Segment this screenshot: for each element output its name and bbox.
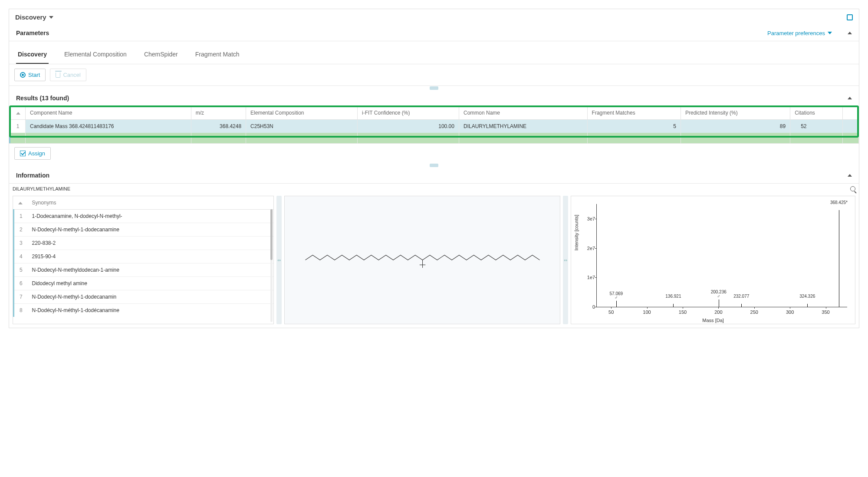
sort-icon [16, 112, 20, 115]
cancel-button[interactable]: Cancel [50, 69, 86, 81]
check-icon [20, 151, 26, 156]
spectrum-peak [673, 304, 674, 307]
collapse-icon[interactable] [848, 32, 852, 34]
x-axis-label: Mass [Da] [702, 318, 724, 323]
y-tick-label: 0 [579, 304, 595, 309]
start-button[interactable]: Start [14, 69, 46, 81]
mass-spectrum-chart: Intensity [counts] Mass [Da] 01e72e73e75… [575, 201, 851, 322]
column-component-name[interactable]: Component Name [26, 106, 191, 120]
column-spacer [842, 106, 858, 120]
maximize-icon[interactable] [847, 14, 853, 20]
x-tick-label: 250 [750, 309, 758, 315]
table-row[interactable]: 1 Candidate Mass 368.424811483176 368.42… [10, 120, 859, 133]
column-index[interactable] [14, 196, 28, 210]
column-mz[interactable]: m/z [191, 106, 246, 120]
sort-icon [18, 202, 23, 204]
results-table: Component Name m/z Elemental Composition… [9, 106, 859, 143]
panel-title: Discovery [15, 13, 46, 21]
tab-discovery[interactable]: Discovery [16, 46, 49, 64]
spectrum-pane: Intensity [counts] Mass [Da] 01e72e73e75… [571, 196, 855, 324]
toolbar: Start Cancel [9, 64, 859, 86]
trash-icon [56, 72, 60, 78]
peak-label: 324.326 [799, 294, 815, 299]
x-tick-label: 200 [714, 309, 722, 315]
parameter-preferences-button[interactable]: Parameter preferences [767, 30, 832, 36]
collapse-icon[interactable] [848, 174, 852, 177]
information-header: Information [9, 168, 859, 184]
column-common-name[interactable]: Common Name [459, 106, 587, 120]
x-tick-label: 300 [786, 309, 794, 315]
list-item[interactable]: 5N-Dodecyl-N-methyldodecan-1-amine [14, 263, 274, 277]
list-item[interactable]: 6Didodecyl methyl amine [14, 277, 274, 290]
spectrum-peak [807, 304, 808, 307]
table-header-row: Component Name m/z Elemental Composition… [10, 106, 859, 120]
assign-button[interactable]: Assign [14, 147, 51, 160]
list-item[interactable]: 8N-Dodécyl-N-méthyl-1-dodécanamine [14, 304, 274, 317]
x-tick-label: 50 [608, 309, 614, 315]
panel-title-dropdown[interactable]: Discovery [15, 13, 53, 21]
peak-label: 368.425* [830, 200, 848, 205]
record-icon [20, 72, 26, 78]
table-row[interactable] [10, 133, 859, 140]
peak-mark-icon: ♂ [615, 295, 618, 300]
tabs: Discovery Elemental Composition ChemSpid… [9, 41, 859, 64]
y-tick-label: 3e7 [579, 216, 595, 221]
peak-mark-icon: ♂ [717, 294, 720, 299]
spectrum-peak [616, 301, 617, 307]
collapse-icon[interactable] [848, 97, 852, 99]
results-header: Results (13 found) [9, 90, 859, 106]
information-title: Information [16, 172, 49, 179]
splitter-vertical[interactable]: ⇔ [563, 196, 568, 324]
results-table-wrap: Component Name m/z Elemental Composition… [9, 106, 859, 143]
caret-down-icon [828, 32, 832, 34]
spectrum-peak [839, 210, 839, 307]
synonyms-table: Synonyms 11-Dodecanamine, N-dodecyl-N-me… [13, 196, 273, 317]
synonyms-pane: Synonyms 11-Dodecanamine, N-dodecyl-N-me… [13, 196, 274, 324]
splitter-vertical[interactable]: ⇔ [276, 196, 282, 324]
column-fragment-matches[interactable]: Fragment Matches [587, 106, 681, 120]
table-row[interactable] [10, 140, 859, 143]
y-tick-label: 1e7 [579, 275, 595, 280]
column-index[interactable] [10, 106, 26, 120]
panel-header: Discovery [9, 9, 859, 25]
list-item[interactable]: 42915-90-4 [14, 250, 274, 263]
parameters-title: Parameters [16, 30, 49, 36]
splitter-horizontal[interactable] [9, 86, 859, 90]
splitter-horizontal[interactable] [9, 163, 859, 168]
list-item[interactable]: 7N-Dodecyl-N-methyl-1-dodecanamin [14, 290, 274, 304]
y-tick-label: 2e7 [579, 246, 595, 251]
x-tick-label: 100 [643, 309, 651, 315]
column-synonyms[interactable]: Synonyms [28, 196, 274, 210]
y-axis-label: Intensity [counts] [574, 215, 579, 251]
column-predicted-intensity[interactable]: Predicted Intensity (%) [681, 106, 790, 120]
tab-elemental-composition[interactable]: Elemental Composition [62, 46, 128, 64]
list-item[interactable]: 11-Dodecanamine, N-dodecyl-N-methyl- [14, 210, 274, 223]
scrollbar[interactable] [270, 209, 273, 322]
column-citations[interactable]: Citations [790, 106, 842, 120]
peak-label: 136.921 [665, 294, 681, 299]
results-title: Results (13 found) [16, 95, 69, 102]
tab-chemspider[interactable]: ChemSpider [142, 46, 180, 64]
column-elemental[interactable]: Elemental Composition [246, 106, 358, 120]
chemical-structure [296, 240, 549, 280]
column-ifit[interactable]: i-FIT Confidence (%) [358, 106, 459, 120]
x-tick-label: 350 [822, 309, 829, 315]
list-item[interactable]: 2N-Dodecyl-N-methyl-1-dodecanamine [14, 223, 274, 237]
parameters-header: Parameters Parameter preferences [9, 25, 859, 41]
spectrum-peak [741, 304, 742, 307]
search-icon[interactable] [850, 186, 855, 191]
compound-name: DILAURYLMETHYLAMINE [13, 186, 70, 191]
caret-down-icon [49, 16, 53, 19]
list-item[interactable]: 3220-838-2 [14, 237, 274, 250]
peak-label: 232.077 [733, 294, 749, 299]
structure-pane [284, 196, 560, 324]
spectrum-peak [719, 299, 719, 307]
x-tick-label: 150 [679, 309, 687, 315]
tab-fragment-match[interactable]: Fragment Match [194, 46, 241, 64]
